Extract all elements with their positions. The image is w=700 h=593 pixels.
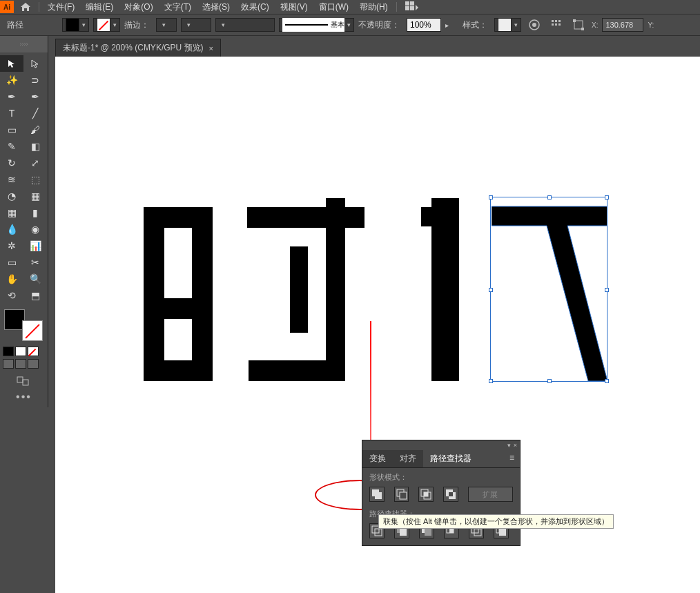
width-tool[interactable]: ≋ [0, 171, 23, 188]
pathfinder-panel[interactable]: ▾ × 变换 对齐 路径查找器 ≡ 形状模式： 扩展 路径查找器： [362, 440, 521, 546]
eyedropper-tool[interactable]: 💧 [0, 221, 23, 237]
panel-close-icon[interactable]: × [514, 442, 517, 449]
edit-toolbar-icon[interactable] [0, 374, 48, 387]
opacity-input[interactable]: 100% [407, 18, 441, 32]
screen-mode-2[interactable] [15, 359, 26, 369]
artboard-tool[interactable]: ▭ [0, 254, 23, 271]
color-mode[interactable] [3, 347, 14, 356]
document-tabs: 未标题-1* @ 200% (CMYK/GPU 预览) × [0, 36, 700, 57]
eraser-tool[interactable]: ◧ [23, 138, 47, 155]
toggle-fill-stroke[interactable]: ⟲ [0, 287, 23, 304]
menu-window[interactable]: 窗口(W) [313, 1, 354, 13]
exclude-button[interactable] [443, 487, 458, 502]
pen-tool[interactable]: ✒ [0, 88, 23, 105]
direct-selection-tool[interactable] [23, 55, 47, 72]
menu-object[interactable]: 对象(O) [119, 1, 158, 13]
svg-rect-6 [552, 20, 554, 22]
more-tools[interactable]: ••• [0, 387, 48, 407]
graph-tool[interactable]: 📊 [23, 237, 47, 254]
menu-view[interactable]: 视图(V) [275, 1, 313, 13]
fill-swatch[interactable]: ▾ [62, 18, 89, 32]
toolbox-header[interactable]: ›››› [0, 36, 48, 52]
panel-tab-align[interactable]: 对齐 [393, 450, 423, 467]
stroke-color[interactable] [22, 320, 43, 341]
align-icon[interactable] [547, 16, 565, 34]
stroke-weight[interactable]: ▾ [156, 18, 177, 32]
handle-w[interactable] [489, 288, 493, 292]
home-icon[interactable] [15, 0, 36, 16]
lasso-tool[interactable]: ⊃ [23, 72, 47, 88]
artwork-shape [192, 207, 213, 381]
line-tool[interactable]: ╱ [23, 105, 47, 121]
hand-tool[interactable]: ✋ [0, 271, 23, 287]
menu-select[interactable]: 选择(S) [197, 1, 235, 13]
brush-def[interactable]: ▾ [215, 18, 275, 32]
panel-tab-pathfinder[interactable]: 路径查找器 [423, 450, 478, 467]
handle-nw[interactable] [489, 195, 493, 200]
none-mode[interactable] [28, 347, 39, 356]
handle-se[interactable] [605, 379, 609, 383]
menu-type[interactable]: 文字(T) [159, 1, 197, 13]
unite-button[interactable] [369, 487, 385, 502]
screen-mode-3[interactable] [28, 359, 39, 369]
arrange-docs-icon[interactable] [405, 1, 419, 13]
handle-n[interactable] [547, 195, 552, 200]
handle-sw[interactable] [489, 379, 493, 383]
expand-button[interactable]: 扩展 [468, 487, 513, 502]
zoom-tool[interactable]: 🔍 [23, 271, 47, 287]
shaper-tool[interactable]: ✎ [0, 138, 23, 155]
close-icon[interactable]: × [209, 44, 213, 52]
transform-icon[interactable] [570, 16, 587, 34]
panel-menu-icon[interactable]: ≡ [504, 450, 520, 467]
paintbrush-tool[interactable]: 🖌 [23, 121, 47, 138]
fill-stroke-indicator[interactable] [3, 308, 44, 342]
menu-effect[interactable]: 效果(C) [235, 1, 275, 13]
rotate-tool[interactable]: ↻ [0, 155, 23, 171]
options-bar: 路径 ▾ ▾ 描边： ▾ ▾ ▾ 基本 ▾ 不透明度： 100% ▸ 样式： ▾… [0, 14, 700, 36]
handle-e[interactable] [605, 288, 609, 292]
handle-ne[interactable] [605, 195, 609, 200]
slice-tool[interactable]: ✂ [23, 254, 47, 271]
perspective-tool[interactable]: ▦ [23, 188, 47, 204]
panel-tab-transform[interactable]: 变换 [362, 450, 393, 467]
artwork-shape [249, 360, 345, 381]
curvature-tool[interactable]: ✒ [23, 88, 47, 105]
svg-rect-23 [424, 492, 428, 496]
document-tab[interactable]: 未标题-1* @ 200% (CMYK/GPU 预览) × [55, 39, 221, 57]
workspace: ▾ × 变换 对齐 路径查找器 ≡ 形状模式： 扩展 路径查找器： 联集（按住 … [55, 57, 700, 593]
stroke-style[interactable]: 基本 ▾ [279, 18, 354, 32]
shape-builder-tool[interactable]: ◔ [0, 188, 23, 204]
intersect-button[interactable] [418, 487, 434, 502]
rectangle-tool[interactable]: ▭ [0, 121, 23, 138]
svg-rect-10 [555, 23, 557, 26]
gradient-tool[interactable]: ▮ [23, 204, 47, 221]
selection-box[interactable] [490, 197, 607, 382]
artwork-shape [247, 207, 364, 228]
mesh-tool[interactable]: ▦ [0, 204, 23, 221]
scale-tool[interactable]: ⤢ [23, 155, 47, 171]
default-fill-stroke[interactable]: ⬒ [23, 287, 47, 304]
recolor-icon[interactable] [525, 16, 543, 34]
svg-rect-11 [558, 23, 561, 26]
minus-front-button[interactable] [394, 487, 409, 502]
free-transform-tool[interactable]: ⬚ [23, 171, 47, 188]
menu-bar: Ai 文件(F) 编辑(E) 对象(O) 文字(T) 选择(S) 效果(C) 视… [0, 0, 700, 14]
variable-width[interactable]: ▾ [181, 18, 211, 32]
gradient-mode[interactable] [15, 347, 26, 356]
x-coord[interactable]: 130.678 [602, 18, 643, 32]
menu-edit[interactable]: 编辑(E) [80, 1, 119, 13]
blend-tool[interactable]: ◉ [23, 221, 47, 237]
panel-collapse-icon[interactable]: ▾ [507, 442, 511, 449]
svg-rect-0 [405, 1, 409, 6]
screen-mode-1[interactable] [3, 359, 14, 369]
graphic-style[interactable]: ▾ [494, 18, 521, 32]
selection-tool[interactable] [0, 55, 23, 72]
x-label: X: [592, 21, 598, 29]
handle-s[interactable] [547, 379, 552, 383]
menu-help[interactable]: 帮助(H) [354, 1, 393, 13]
symbol-sprayer-tool[interactable]: ✲ [0, 237, 23, 254]
type-tool[interactable]: T [0, 105, 23, 121]
magic-wand-tool[interactable]: ✨ [0, 72, 23, 88]
menu-file[interactable]: 文件(F) [42, 1, 80, 13]
stroke-swatch[interactable]: ▾ [93, 18, 120, 32]
